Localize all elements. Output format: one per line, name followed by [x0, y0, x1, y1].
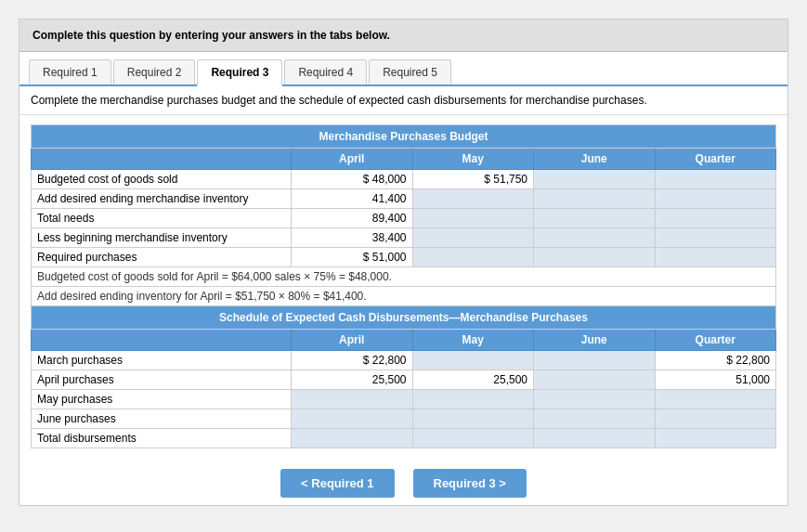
col-header-june: June	[534, 149, 656, 170]
table-row: Less beginning merchandise inventory 38,…	[32, 228, 776, 248]
next-button[interactable]: Required 3 >	[413, 469, 527, 498]
table-row: April purchases 25,500 25,500 51,000	[32, 370, 776, 390]
tab-required5[interactable]: Required 5	[369, 59, 451, 84]
april-value: 41,400	[292, 189, 413, 209]
may-input[interactable]	[412, 390, 534, 409]
note-row-1: Budgeted cost of goods sold for April = …	[32, 267, 776, 287]
may-value: $ 51,750	[412, 170, 534, 189]
tab-required3[interactable]: Required 3	[197, 59, 282, 86]
row-label: Budgeted cost of goods sold	[32, 170, 292, 189]
sched-col-may: May	[412, 330, 534, 351]
table-row: Total needs 89,400	[32, 209, 776, 228]
april-value: $ 51,000	[292, 248, 413, 267]
may-input[interactable]	[412, 409, 534, 429]
april-input[interactable]	[292, 429, 413, 448]
footer-buttons: < Required 1 Required 3 >	[20, 458, 787, 505]
col-header-label	[32, 149, 292, 170]
tab-required1[interactable]: Required 1	[29, 59, 111, 84]
col-header-quarter: Quarter	[655, 149, 776, 170]
row-label: April purchases	[32, 370, 292, 390]
row-label: June purchases	[32, 409, 292, 429]
june-input[interactable]	[534, 429, 656, 448]
row-label: May purchases	[32, 390, 292, 409]
april-value: 89,400	[292, 209, 413, 228]
instruction-text: Complete this question by entering your …	[33, 29, 390, 42]
table-row: Required purchases $ 51,000	[32, 248, 776, 267]
row-label: Total disbursements	[32, 429, 292, 448]
sched-col-april: April	[292, 330, 413, 351]
note-text-1: Budgeted cost of goods sold for April = …	[32, 267, 776, 287]
april-value: $ 22,800	[292, 351, 413, 370]
april-value: 25,500	[292, 370, 413, 390]
quarter-input[interactable]	[655, 228, 776, 248]
quarter-input[interactable]	[655, 429, 776, 448]
sched-col-june: June	[534, 330, 656, 351]
quarter-input[interactable]	[655, 248, 776, 267]
tab-required4[interactable]: Required 4	[284, 59, 367, 84]
col-header-may: May	[412, 149, 534, 170]
table-row: Total disbursements	[32, 429, 776, 448]
june-input[interactable]	[534, 390, 656, 409]
col-header-april: April	[292, 149, 413, 170]
april-input[interactable]	[292, 409, 413, 429]
quarter-input[interactable]	[655, 390, 776, 409]
june-input[interactable]	[534, 409, 656, 429]
june-input[interactable]	[534, 228, 656, 248]
section-description: Complete the merchandise purchases budge…	[20, 86, 787, 115]
prev-button[interactable]: < Required 1	[280, 469, 394, 498]
note-row-2: Add desired ending inventory for April =…	[32, 287, 776, 306]
note-text-2: Add desired ending inventory for April =…	[32, 287, 776, 306]
sched-col-label	[32, 330, 292, 351]
table-row: March purchases $ 22,800 $ 22,800	[32, 351, 776, 370]
quarter-input[interactable]	[655, 409, 776, 429]
may-value: 25,500	[412, 370, 534, 390]
quarter-value: $ 22,800	[655, 351, 776, 370]
quarter-input[interactable]	[655, 189, 776, 209]
table-row: June purchases	[32, 409, 776, 429]
table-row: May purchases	[32, 390, 776, 409]
may-input[interactable]	[412, 209, 534, 228]
april-value: $ 48,000	[292, 170, 413, 189]
content-area: Merchandise Purchases Budget April May J…	[20, 115, 787, 458]
quarter-input[interactable]	[655, 209, 776, 228]
row-label: Add desired ending merchandise inventory	[32, 189, 292, 209]
april-input[interactable]	[292, 390, 413, 409]
april-value: 38,400	[292, 228, 413, 248]
june-input[interactable]	[534, 189, 656, 209]
quarter-value: 51,000	[655, 370, 776, 390]
row-label: Total needs	[32, 209, 292, 228]
may-input[interactable]	[412, 429, 534, 448]
schedule-col-headers: April May June Quarter	[32, 330, 776, 351]
may-input[interactable]	[412, 248, 534, 267]
may-input[interactable]	[412, 351, 534, 370]
schedule-title: Schedule of Expected Cash Disbursements—…	[32, 306, 776, 330]
june-input[interactable]	[534, 370, 656, 390]
june-input[interactable]	[534, 209, 656, 228]
tabs-bar: Required 1 Required 2 Required 3 Require…	[20, 52, 787, 86]
june-input[interactable]	[534, 248, 656, 267]
may-input[interactable]	[412, 189, 534, 209]
table-row: Add desired ending merchandise inventory…	[32, 189, 776, 209]
june-input[interactable]	[534, 170, 656, 189]
quarter-input[interactable]	[655, 170, 776, 189]
row-label: Required purchases	[32, 248, 292, 267]
sched-col-quarter: Quarter	[655, 330, 776, 351]
row-label: March purchases	[32, 351, 292, 370]
tab-required2[interactable]: Required 2	[113, 59, 196, 84]
row-label: Less beginning merchandise inventory	[32, 228, 292, 248]
may-input[interactable]	[412, 228, 534, 248]
merch-budget-title: Merchandise Purchases Budget	[32, 125, 776, 149]
june-input[interactable]	[534, 351, 656, 370]
instruction-bar: Complete this question by entering your …	[20, 19, 787, 52]
table-row: Budgeted cost of goods sold $ 48,000 $ 5…	[32, 170, 776, 189]
merch-budget-table: Merchandise Purchases Budget April May J…	[31, 124, 776, 448]
schedule-header-row: Schedule of Expected Cash Disbursements—…	[32, 306, 776, 330]
